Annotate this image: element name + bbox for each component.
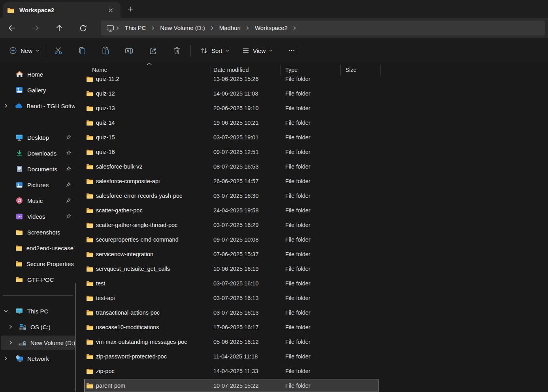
column-header-row: Name Date modified Type Size xyxy=(76,63,548,77)
table-row[interactable]: quiz-1320-06-2025 19:10File folder xyxy=(84,101,379,114)
sidebar-item-gtf-poc[interactable]: GTF-POC xyxy=(1,272,75,287)
table-row[interactable]: zip-poc14-04-2025 11:33File folder xyxy=(84,364,379,377)
table-row[interactable]: servicenow-integration07-06-2025 15:37Fi… xyxy=(84,248,379,261)
back-icon xyxy=(8,24,16,32)
folder-icon xyxy=(86,295,93,301)
file-name-cell: quiz-14 xyxy=(84,120,211,126)
breadcrumb-item[interactable]: Workspace2 xyxy=(250,22,292,34)
new-tab-button[interactable] xyxy=(126,4,135,14)
table-row[interactable]: usecase10-modifications17-06-2025 16:17F… xyxy=(84,321,379,334)
sidebar-item-screenshots[interactable]: Screenshots xyxy=(1,225,75,239)
folder-icon xyxy=(86,105,93,111)
sort-button[interactable]: Sort xyxy=(196,43,234,58)
back-button[interactable] xyxy=(5,21,19,35)
crumb-chevron-icon xyxy=(150,26,156,30)
table-row[interactable]: secureproperties-cmd-command09-07-2025 1… xyxy=(84,233,379,246)
sidebar-item-music[interactable]: Music xyxy=(1,193,75,208)
date-modified-cell: 03-07-2025 16:30 xyxy=(211,193,281,199)
sidebar-item-pictures[interactable]: Pictures xyxy=(1,178,75,192)
table-row[interactable]: quiz-1609-07-2025 12:51File folder xyxy=(84,145,379,158)
table-row[interactable]: servquest_netsuite_get_calls10-06-2025 1… xyxy=(84,262,379,275)
type-cell: File folder xyxy=(281,77,340,82)
sidebar-item-secure-properties-th[interactable]: Secure Properties th xyxy=(1,257,75,271)
table-row[interactable]: quiz-11.213-06-2025 15:26File folder xyxy=(84,77,379,85)
delete-button[interactable] xyxy=(169,43,184,58)
sidebar-item-this-pc[interactable]: This PC xyxy=(1,304,75,318)
table-row[interactable]: parent-pom10-07-2025 15:22File folder xyxy=(84,379,379,392)
paste-button[interactable] xyxy=(98,43,113,58)
sidebar-item-new-volume-d[interactable]: New Volume (D:) xyxy=(1,336,75,350)
date-modified-cell: 14-06-2025 11:03 xyxy=(211,90,281,97)
table-row[interactable]: quiz-1214-06-2025 11:03File folder xyxy=(84,87,379,100)
column-header-size[interactable]: Size xyxy=(345,63,356,77)
column-header-name[interactable]: Name xyxy=(92,63,107,77)
sidebar-item-desktop[interactable]: Desktop xyxy=(1,130,75,144)
column-header-type[interactable]: Type xyxy=(285,63,298,77)
breadcrumb-item[interactable]: This PC xyxy=(121,22,150,34)
table-row[interactable]: salesforce-bulk-v208-07-2025 16:53File f… xyxy=(84,160,379,173)
sidebar-item-documents[interactable]: Documents xyxy=(1,162,75,176)
share-icon xyxy=(149,46,158,55)
column-header-date-modified[interactable]: Date modified xyxy=(213,63,249,77)
sidebar-item-network[interactable]: Network xyxy=(1,351,75,366)
file-name-cell: quiz-12 xyxy=(84,90,211,97)
file-name: secureproperties-cmd-command xyxy=(96,236,179,243)
folder-icon xyxy=(86,149,93,155)
table-row[interactable]: quiz-1419-06-2025 10:21File folder xyxy=(84,116,379,129)
more-options-button[interactable] xyxy=(284,43,299,58)
sidebar-item-label: Network xyxy=(27,355,49,362)
chevron-right-icon xyxy=(4,103,8,108)
up-button[interactable] xyxy=(52,21,66,35)
table-row[interactable]: test-api03-07-2025 16:13File folder xyxy=(84,291,379,304)
date-modified-cell: 11-04-2025 11:18 xyxy=(211,353,281,360)
tab-close-button[interactable] xyxy=(106,6,115,15)
rename-button[interactable] xyxy=(121,43,136,58)
table-row[interactable]: salesforce-error-records-yash-poc03-07-2… xyxy=(84,189,379,202)
table-row[interactable]: quiz-1503-07-2025 19:01File folder xyxy=(84,131,379,144)
file-name-cell: usecase10-modifications xyxy=(84,324,211,330)
file-name-cell: parent-pom xyxy=(84,383,211,389)
table-row[interactable]: test03-07-2025 16:10File folder xyxy=(84,277,379,290)
file-name-cell: zip-password-protected-poc xyxy=(84,353,211,360)
table-row[interactable]: salesforce-composite-api26-06-2025 14:57… xyxy=(84,174,379,188)
sidebar-scrollbar[interactable] xyxy=(75,283,76,392)
copy-button[interactable] xyxy=(74,43,89,58)
breadcrumb-item[interactable]: New Volume (D:) xyxy=(156,22,209,34)
breadcrumb-item[interactable]: Madhuri xyxy=(215,22,245,34)
sidebar-item-label: New Volume (D:) xyxy=(30,339,75,346)
file-name-cell: salesforce-bulk-v2 xyxy=(84,163,211,170)
sidebar-item-os-c[interactable]: OS (C:) xyxy=(1,320,75,334)
refresh-button[interactable] xyxy=(76,21,90,35)
file-name-cell: quiz-13 xyxy=(84,105,211,111)
file-name-cell: salesforce-composite-api xyxy=(84,178,211,184)
folder-icon xyxy=(7,8,14,13)
share-button[interactable] xyxy=(145,43,160,58)
address-bar[interactable]: This PCNew Volume (D:)MadhuriWorkspace2 xyxy=(101,21,545,36)
column-separator[interactable] xyxy=(340,65,341,75)
sidebar-item-downloads[interactable]: Downloads xyxy=(1,146,75,160)
column-separator[interactable] xyxy=(281,65,281,75)
cut-button[interactable] xyxy=(51,43,66,58)
sidebar-item-label: Desktop xyxy=(27,134,49,141)
table-row[interactable]: zip-password-protected-poc11-04-2025 11:… xyxy=(84,350,379,363)
sidebar-divider xyxy=(3,295,73,296)
type-cell: File folder xyxy=(281,280,340,287)
explorer-tab[interactable]: Workspace2 xyxy=(3,2,121,18)
column-separator[interactable] xyxy=(380,65,381,75)
view-button[interactable]: View xyxy=(238,43,277,58)
table-row[interactable]: scatter-gather-single-thread-poc03-07-20… xyxy=(84,218,379,231)
sidebar-item-end2end-usecase10[interactable]: end2end-usecase10 xyxy=(1,241,75,255)
table-row[interactable]: scatter-gather-poc24-04-2025 19:58File f… xyxy=(84,204,379,217)
sidebar-item-videos[interactable]: Videos xyxy=(1,209,75,223)
sidebar-item-gallery[interactable]: Gallery xyxy=(1,83,75,97)
sidebar-item-home[interactable]: Home xyxy=(1,67,75,81)
folder-icon xyxy=(86,266,93,272)
forward-button[interactable] xyxy=(28,21,43,35)
folder-icon xyxy=(86,77,93,82)
sort-icon xyxy=(200,47,208,55)
new-button[interactable]: New xyxy=(5,43,44,58)
table-row[interactable]: transactional-actions-poc03-07-2025 16:1… xyxy=(84,306,379,319)
sidebar-item-bandi-tgh-softwa[interactable]: Bandi - TGH Softwa xyxy=(1,99,75,113)
table-row[interactable]: vm-max-outstanding-messages-poc05-06-202… xyxy=(84,335,379,348)
column-separator[interactable] xyxy=(211,65,211,75)
